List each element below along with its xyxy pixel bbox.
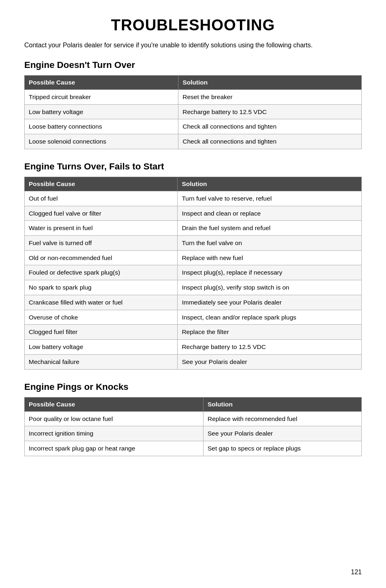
section-engine-doesnt-turn-over: Engine Doesn't Turn OverPossible CauseSo… (24, 60, 362, 149)
cause-cell-1-5: Fouled or defective spark plug(s) (25, 265, 178, 280)
section-heading-1: Engine Turns Over, Fails to Start (24, 161, 362, 172)
table-2: Possible CauseSolutionPoor quality or lo… (24, 397, 362, 456)
table-row: Loose solenoid connectionsCheck all conn… (25, 134, 362, 149)
section-engine-pings-or-knocks: Engine Pings or KnocksPossible CauseSolu… (24, 382, 362, 456)
cause-cell-1-2: Water is present in fuel (25, 221, 178, 236)
cause-cell-0-1: Low battery voltage (25, 104, 178, 119)
solution-cell-1-10: Recharge battery to 12.5 VDC (178, 340, 362, 355)
solution-cell-1-8: Inspect, clean and/or replace spark plug… (178, 310, 362, 325)
solution-cell-1-2: Drain the fuel system and refuel (178, 221, 362, 236)
solution-cell-1-0: Turn fuel valve to reserve, refuel (178, 191, 362, 206)
table-row: Crankcase filled with water or fuelImmed… (25, 295, 362, 310)
cause-cell-1-3: Fuel valve is turned off (25, 236, 178, 251)
table-row: Clogged fuel filterReplace the filter (25, 325, 362, 340)
cause-cell-2-2: Incorrect spark plug gap or heat range (25, 441, 204, 456)
solution-cell-0-2: Check all connections and tighten (178, 119, 362, 134)
col-header-0-0: Possible Cause (25, 76, 178, 90)
table-row: Low battery voltageRecharge battery to 1… (25, 104, 362, 119)
table-0: Possible CauseSolutionTripped circuit br… (24, 75, 362, 149)
section-engine-turns-over-fails-to-start: Engine Turns Over, Fails to StartPossibl… (24, 161, 362, 370)
cause-cell-0-2: Loose battery connections (25, 119, 178, 134)
col-header-1-0: Possible Cause (25, 177, 178, 191)
table-row: Tripped circuit breakerReset the breaker (25, 90, 362, 105)
cause-cell-2-0: Poor quality or low octane fuel (25, 411, 204, 426)
solution-cell-1-1: Inspect and clean or replace (178, 206, 362, 221)
section-heading-0: Engine Doesn't Turn Over (24, 60, 362, 70)
solution-cell-0-0: Reset the breaker (178, 90, 362, 105)
cause-cell-1-11: Mechanical failure (25, 354, 178, 369)
solution-cell-2-2: Set gap to specs or replace plugs (203, 441, 361, 456)
table-row: Overuse of chokeInspect, clean and/or re… (25, 310, 362, 325)
col-header-1-1: Solution (178, 177, 362, 191)
cause-cell-0-3: Loose solenoid connections (25, 134, 178, 149)
cause-cell-1-9: Clogged fuel filter (25, 325, 178, 340)
cause-cell-1-4: Old or non-recommended fuel (25, 250, 178, 265)
table-row: No spark to spark plugInspect plug(s), v… (25, 280, 362, 295)
col-header-2-1: Solution (203, 397, 361, 411)
section-heading-2: Engine Pings or Knocks (24, 382, 362, 392)
page-title: TROUBLESHOOTING (24, 16, 362, 34)
table-row: Fuel valve is turned offTurn the fuel va… (25, 236, 362, 251)
page-number: 121 (351, 569, 362, 576)
table-row: Out of fuelTurn fuel valve to reserve, r… (25, 191, 362, 206)
solution-cell-1-4: Replace with new fuel (178, 250, 362, 265)
cause-cell-1-8: Overuse of choke (25, 310, 178, 325)
cause-cell-1-7: Crankcase filled with water or fuel (25, 295, 178, 310)
cause-cell-1-10: Low battery voltage (25, 340, 178, 355)
solution-cell-1-3: Turn the fuel valve on (178, 236, 362, 251)
cause-cell-1-6: No spark to spark plug (25, 280, 178, 295)
table-row: Poor quality or low octane fuelReplace w… (25, 411, 362, 426)
solution-cell-1-11: See your Polaris dealer (178, 354, 362, 369)
table-row: Clogged fuel valve or filterInspect and … (25, 206, 362, 221)
intro-text: Contact your Polaris dealer for service … (24, 40, 362, 50)
table-row: Water is present in fuelDrain the fuel s… (25, 221, 362, 236)
cause-cell-2-1: Incorrect ignition timing (25, 426, 204, 441)
table-row: Fouled or defective spark plug(s)Inspect… (25, 265, 362, 280)
solution-cell-0-1: Recharge battery to 12.5 VDC (178, 104, 362, 119)
table-row: Incorrect spark plug gap or heat rangeSe… (25, 441, 362, 456)
col-header-0-1: Solution (178, 76, 362, 90)
solution-cell-1-6: Inspect plug(s), verify stop switch is o… (178, 280, 362, 295)
solution-cell-1-7: Immediately see your Polaris dealer (178, 295, 362, 310)
table-row: Loose battery connectionsCheck all conne… (25, 119, 362, 134)
cause-cell-1-1: Clogged fuel valve or filter (25, 206, 178, 221)
solution-cell-0-3: Check all connections and tighten (178, 134, 362, 149)
solution-cell-2-1: See your Polaris dealer (203, 426, 361, 441)
solution-cell-2-0: Replace with recommended fuel (203, 411, 361, 426)
table-row: Mechanical failureSee your Polaris deale… (25, 354, 362, 369)
col-header-2-0: Possible Cause (25, 397, 204, 411)
solution-cell-1-9: Replace the filter (178, 325, 362, 340)
table-row: Old or non-recommended fuelReplace with … (25, 250, 362, 265)
table-1: Possible CauseSolutionOut of fuelTurn fu… (24, 177, 362, 370)
table-row: Incorrect ignition timingSee your Polari… (25, 426, 362, 441)
table-row: Low battery voltageRecharge battery to 1… (25, 340, 362, 355)
cause-cell-1-0: Out of fuel (25, 191, 178, 206)
solution-cell-1-5: Inspect plug(s), replace if necessary (178, 265, 362, 280)
cause-cell-0-0: Tripped circuit breaker (25, 90, 178, 105)
